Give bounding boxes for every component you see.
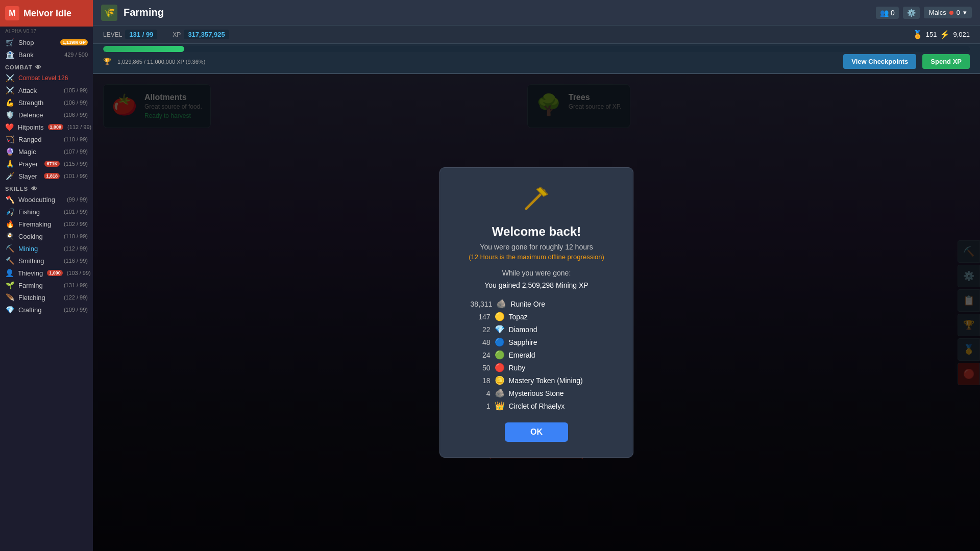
fishing-levels: (101 / 99) <box>64 209 88 215</box>
spend-xp-button[interactable]: Spend XP <box>922 54 970 69</box>
cooking-label: Cooking <box>18 233 60 240</box>
modal-item-runite: 38,311 🪨 Runite Ore <box>460 297 612 310</box>
mastery-count: 151 <box>926 31 937 38</box>
sidebar-item-hitpoints[interactable]: ❤️ Hitpoints 1,000 (112 / 99) <box>0 121 93 133</box>
skills-label: SKILLS <box>5 186 28 192</box>
mastery-trophy: 🏆 <box>103 58 111 65</box>
fishing-label: Fishing <box>18 208 60 216</box>
sidebar-item-thieving[interactable]: 👤 Thieving 1,000 (103 / 99) <box>0 267 93 279</box>
slayer-label: Slayer <box>18 172 40 180</box>
runite-icon: 🪨 <box>496 299 506 309</box>
view-checkpoints-button[interactable]: View Checkpoints <box>843 54 916 69</box>
firemaking-label: Firemaking <box>18 220 60 228</box>
xp-label: XP <box>173 31 181 38</box>
sidebar-item-bank[interactable]: 🏦 Bank 429 / 500 <box>0 48 93 61</box>
sidebar-item-defence[interactable]: 🛡️ Defence (106 / 99) <box>0 109 93 121</box>
welcome-back-modal: Welcome back! You were gone for roughly … <box>439 167 633 458</box>
sidebar-item-strength[interactable]: 💪 Strength (106 / 99) <box>0 96 93 109</box>
sidebar-item-smithing[interactable]: 🔨 Smithing (116 / 99) <box>0 255 93 267</box>
topaz-count: 147 <box>473 313 491 321</box>
bank-count: 429 / 500 <box>64 52 88 58</box>
modal-item-topaz: 147 🟡 Topaz <box>460 310 612 323</box>
mysterious-stone-count: 4 <box>473 389 491 397</box>
ranged-levels: (110 / 99) <box>64 136 88 142</box>
page-icon: 🌾 <box>101 5 117 21</box>
hitpoints-badge: 1,000 <box>48 124 64 130</box>
xp-value: 317,357,925 <box>184 30 229 39</box>
sapphire-icon: 🔵 <box>495 337 505 347</box>
mastery-token-icon: 🪙 <box>495 375 505 385</box>
sidebar-item-farming[interactable]: 🌱 Farming (131 / 99) <box>0 279 93 291</box>
hitpoints-icon: ❤️ <box>5 123 14 131</box>
modal-while-gone: While you were gone: <box>460 269 612 277</box>
defence-levels: (106 / 99) <box>64 112 88 118</box>
runite-count: 38,311 <box>471 300 493 308</box>
sidebar-item-crafting[interactable]: 💎 Crafting (109 / 99) <box>0 304 93 316</box>
emerald-icon: 🟢 <box>495 350 505 360</box>
sidebar-item-prayer[interactable]: 🙏 Prayer 671K (115 / 99) <box>0 158 93 170</box>
fletching-label: Fletching <box>18 294 60 302</box>
diamond-icon: 💎 <box>495 324 505 334</box>
mining-icon: ⛏️ <box>5 244 14 253</box>
modal-xp-gained: You gained 2,509,298 Mining XP <box>460 281 612 289</box>
topaz-icon: 🟡 <box>495 312 505 321</box>
app-name: Melvor Idle <box>23 8 71 19</box>
username: Malcs <box>929 9 946 16</box>
strength-icon: 💪 <box>5 98 14 107</box>
modal-item-circlet: 1 👑 Circlet of Rhaelyx <box>460 399 612 412</box>
modal-item-diamond: 22 💎 Diamond <box>460 323 612 336</box>
sidebar-item-magic[interactable]: 🔮 Magic (107 / 99) <box>0 145 93 158</box>
ranged-label: Ranged <box>18 136 60 143</box>
sidebar-item-slayer[interactable]: 🗡️ Slayer 1,818 (101 / 99) <box>0 170 93 182</box>
firemaking-icon: 🔥 <box>5 220 14 228</box>
xp-bar-text: 1,029,865 / 11,000,000 XP (9.36%) <box>117 59 205 65</box>
crafting-icon: 💎 <box>5 306 14 314</box>
sidebar: M Melvor Idle ALPHA V0.17 🛒 Shop 1,139M … <box>0 0 93 551</box>
sidebar-item-shop[interactable]: 🛒 Shop 1,139M GP <box>0 36 93 48</box>
notifications-button[interactable]: 👥 0 <box>876 7 899 19</box>
combat-level-icon: ⚔️ <box>5 74 14 82</box>
magic-icon: 🔮 <box>5 147 14 156</box>
thieving-label: Thieving <box>18 269 43 277</box>
notif-count: 0 <box>891 9 895 17</box>
skills-section-header: SKILLS 👁 <box>0 182 93 193</box>
defence-label: Defence <box>18 111 60 119</box>
content-area: 🍅 Allotments Great source of food. Ready… <box>93 74 980 551</box>
slayer-levels: (101 / 99) <box>64 173 88 179</box>
mastery-xp: 9,021 <box>953 31 970 38</box>
crafting-levels: (109 / 99) <box>64 307 88 313</box>
modal-item-emerald: 24 🟢 Emerald <box>460 348 612 361</box>
user-menu[interactable]: Malcs 0 ▾ <box>924 7 972 18</box>
combat-eye-icon[interactable]: 👁 <box>35 64 42 71</box>
bank-icon: 🏦 <box>5 51 14 59</box>
thieving-levels: (103 / 99) <box>67 270 91 276</box>
sidebar-item-mining[interactable]: ⛏️ Mining (112 / 99) <box>0 242 93 255</box>
page-title: Farming <box>124 7 164 18</box>
settings-button[interactable]: ⚙️ <box>903 7 920 19</box>
xp-bar-inner <box>103 46 184 52</box>
modal-subtitle: You were gone for roughly 12 hours <box>460 243 612 251</box>
modal-items-list: 38,311 🪨 Runite Ore 147 🟡 Topaz 22 💎 Dia… <box>460 297 612 412</box>
app-logo[interactable]: M Melvor Idle <box>0 0 93 27</box>
xp-total: 11,000,000 <box>147 59 175 65</box>
shop-label: Shop <box>18 39 56 46</box>
ruby-count: 50 <box>473 364 491 372</box>
sidebar-item-ranged[interactable]: 🏹 Ranged (110 / 99) <box>0 133 93 145</box>
woodcutting-levels: (99 / 99) <box>67 196 88 203</box>
xp-current: 1,029,865 <box>117 59 142 65</box>
fletching-icon: 🪶 <box>5 293 14 302</box>
woodcutting-icon: 🪓 <box>5 195 14 204</box>
sidebar-item-woodcutting[interactable]: 🪓 Woodcutting (99 / 99) <box>0 193 93 206</box>
magic-levels: (107 / 99) <box>64 148 88 155</box>
modal-item-mastery-token: 18 🪙 Mastery Token (Mining) <box>460 374 612 387</box>
sidebar-item-fletching[interactable]: 🪶 Fletching (122 / 99) <box>0 291 93 304</box>
skills-eye-icon[interactable]: 👁 <box>31 185 38 192</box>
attack-icon: ⚔️ <box>5 86 14 94</box>
modal-ok-button[interactable]: OK <box>505 422 568 442</box>
slayer-icon: 🗡️ <box>5 172 14 180</box>
sidebar-item-attack[interactable]: ⚔️ Attack (105 / 99) <box>0 84 93 96</box>
sidebar-item-firemaking[interactable]: 🔥 Firemaking (102 / 99) <box>0 218 93 230</box>
sidebar-item-cooking[interactable]: 🍳 Cooking (110 / 99) <box>0 230 93 242</box>
dropdown-chevron: ▾ <box>963 9 967 16</box>
sidebar-item-fishing[interactable]: 🎣 Fishing (101 / 99) <box>0 206 93 218</box>
